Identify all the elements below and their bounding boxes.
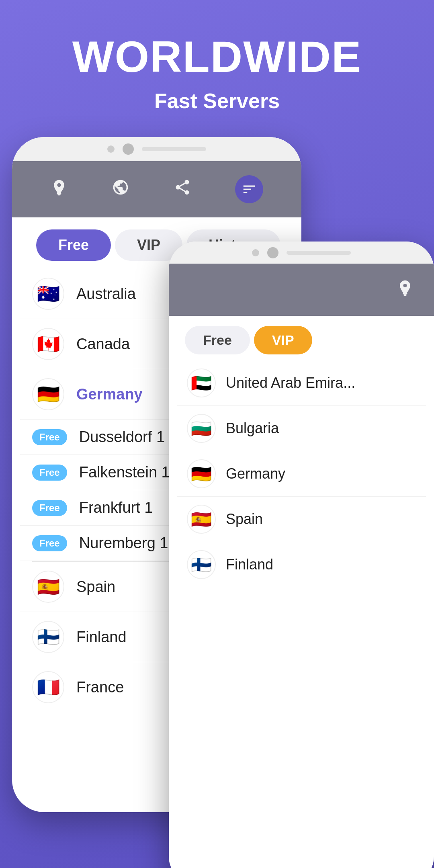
notch-back <box>12 137 301 161</box>
country-name: Bulgaria <box>226 420 279 437</box>
server-badge: Free <box>32 465 67 481</box>
notch-dot-large-f <box>267 247 278 258</box>
country-name: United Arab Emira... <box>226 375 355 391</box>
globe-icon[interactable] <box>112 178 129 200</box>
flag-germany-f: 🇩🇪 <box>187 459 216 488</box>
country-name: Spain <box>226 511 263 528</box>
flag-bulgaria: 🇧🇬 <box>187 414 216 443</box>
notch-front <box>169 242 434 264</box>
list-item[interactable]: 🇩🇪 Germany <box>177 451 426 497</box>
tab-vip-front[interactable]: VIP <box>254 326 312 354</box>
server-name: Nuremberg 1 <box>79 534 168 552</box>
flag-finland-f: 🇫🇮 <box>187 550 216 579</box>
country-name: Finland <box>76 628 127 646</box>
settings-icon[interactable] <box>235 175 263 203</box>
country-name: Finland <box>226 556 273 573</box>
header: WORLDWIDE Fast Servers <box>0 0 434 129</box>
app-bar-back <box>12 161 301 217</box>
notch-line-f <box>287 251 351 255</box>
server-name: Falkenstein 1 <box>79 464 170 481</box>
country-name: Canada <box>76 336 130 353</box>
location-icon[interactable] <box>50 178 68 200</box>
server-badge: Free <box>32 500 67 516</box>
server-badge: Free <box>32 429 67 445</box>
app-title: WORLDWIDE <box>0 32 434 81</box>
list-item[interactable]: 🇪🇸 Spain <box>177 497 426 542</box>
tab-free-front[interactable]: Free <box>185 326 250 354</box>
notch-dot-small-f <box>252 249 259 256</box>
svg-rect-2 <box>403 293 407 295</box>
tab-bar-front: Free VIP <box>169 316 434 360</box>
svg-rect-1 <box>57 194 60 196</box>
app-subtitle: Fast Servers <box>0 89 434 113</box>
server-badge: Free <box>32 535 67 551</box>
tab-free-back[interactable]: Free <box>36 229 111 261</box>
svg-rect-0 <box>57 192 61 194</box>
notch-line <box>142 147 206 151</box>
country-name: France <box>76 679 124 696</box>
flag-australia: 🇦🇺 <box>32 278 64 310</box>
server-name: Frankfurt 1 <box>79 499 153 516</box>
country-name: Australia <box>76 285 136 303</box>
list-item[interactable]: 🇦🇪 United Arab Emira... <box>177 360 426 406</box>
country-name: Spain <box>76 578 115 596</box>
notch-dot-small <box>107 145 115 153</box>
location-icon-front[interactable] <box>396 279 414 301</box>
flag-spain-f: 🇪🇸 <box>187 505 216 534</box>
flag-finland: 🇫🇮 <box>32 621 64 653</box>
app-bar-front <box>169 264 434 316</box>
server-name: Dusseldorf 1 <box>79 428 165 446</box>
flag-canada: 🇨🇦 <box>32 328 64 360</box>
phones-container: Free VIP History 🇦🇺 Australia 🇨🇦 Canada … <box>0 137 434 820</box>
share-icon[interactable] <box>174 178 191 200</box>
list-item[interactable]: 🇧🇬 Bulgaria <box>177 406 426 451</box>
list-item[interactable]: 🇫🇮 Finland <box>177 542 426 587</box>
flag-spain: 🇪🇸 <box>32 571 64 603</box>
phone-front: Free VIP 🇦🇪 United Arab Emira... 🇧🇬 Bulg… <box>169 242 434 868</box>
flag-france: 🇫🇷 <box>32 671 64 703</box>
flag-germany: 🇩🇪 <box>32 378 64 410</box>
svg-rect-3 <box>403 295 406 296</box>
country-name: Germany <box>226 465 285 482</box>
country-list-front: 🇦🇪 United Arab Emira... 🇧🇬 Bulgaria 🇩🇪 G… <box>169 360 434 587</box>
notch-dot-large <box>123 143 134 155</box>
flag-uae: 🇦🇪 <box>187 368 216 397</box>
country-name-selected: Germany <box>76 386 143 403</box>
